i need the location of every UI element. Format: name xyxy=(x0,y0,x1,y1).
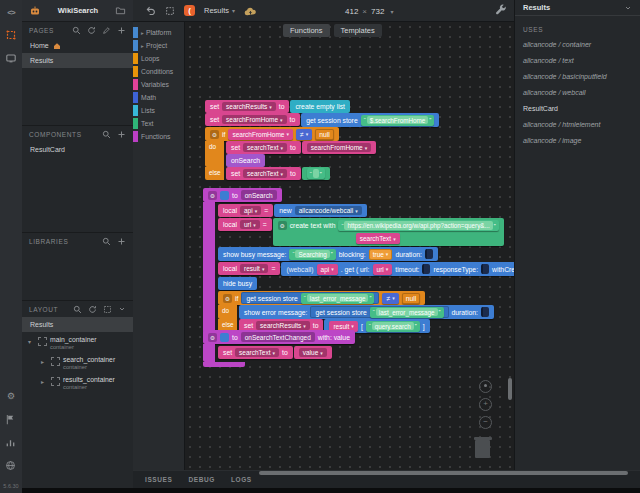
empty-input-socket[interactable] xyxy=(422,264,430,274)
wrench-settings-icon[interactable] xyxy=(495,4,507,16)
expand-caret-icon[interactable]: ▸ xyxy=(41,378,48,385)
blocks-app-icon[interactable]: ( xyxy=(184,5,195,16)
component-item-resultcard[interactable]: ResultCard xyxy=(22,142,133,157)
page-item-home[interactable]: Home xyxy=(22,38,133,53)
blocks-canvas[interactable]: Functions Templates set searchResults to… xyxy=(185,22,514,470)
block-show-error-message[interactable]: show error message: get session store la… xyxy=(239,305,494,319)
zoom-reset-button[interactable] xyxy=(479,380,492,393)
palette-category-conditions[interactable]: Conditions xyxy=(133,65,184,78)
block-string[interactable]: last_error_message xyxy=(370,307,444,318)
mutator-gear-icon[interactable]: ⚙ xyxy=(278,221,287,230)
palette-category-math[interactable]: Math xyxy=(133,91,184,104)
device-preview-icon[interactable] xyxy=(4,51,18,65)
variable-dropdown[interactable]: searchResults xyxy=(256,321,310,331)
block-set-searchtext[interactable]: set searchText to xyxy=(226,141,301,154)
search-icon[interactable] xyxy=(72,26,81,35)
uses-item[interactable]: allcancode / basicinputfield xyxy=(523,69,632,85)
block-set-searchfromhome[interactable]: set searchFromHome to xyxy=(205,113,300,126)
block-string[interactable]: last_error_message xyxy=(301,293,375,304)
block-compare-op[interactable]: ≠ xyxy=(296,129,312,140)
block-empty-string[interactable] xyxy=(302,167,330,180)
block-local-url[interactable]: local url = xyxy=(218,218,272,231)
tab-logs[interactable]: LOGS xyxy=(231,476,252,483)
uses-item[interactable]: allcancode / htmlelement xyxy=(523,117,632,133)
chevron-down-icon[interactable] xyxy=(624,4,632,12)
bottom-horizontal-scrollbar[interactable] xyxy=(259,471,628,475)
add-component-icon[interactable] xyxy=(117,130,126,139)
block-variable-get[interactable]: value xyxy=(294,346,332,359)
block-get-session-store[interactable]: get session store $.searchFromHome xyxy=(301,113,439,127)
block-string[interactable]: query.search xyxy=(366,321,420,332)
uses-item[interactable]: allcancode / container xyxy=(523,37,632,53)
frame-icon[interactable] xyxy=(103,305,112,314)
folder-icon[interactable] xyxy=(115,5,126,16)
block-call-onsearch[interactable]: onSearch xyxy=(226,154,265,167)
collapse-caret-icon[interactable]: ▾ xyxy=(28,338,35,345)
mutator-gear-icon[interactable]: ⚙ xyxy=(223,294,232,303)
class-dropdown[interactable]: allcancode/webcall xyxy=(295,206,362,216)
block-string-url[interactable]: https://en.wikipedia.org/w/api.php?actio… xyxy=(338,220,498,231)
mutator-gear-icon[interactable]: ⚙ xyxy=(210,130,219,139)
expand-caret-icon[interactable]: ▸ xyxy=(41,358,48,365)
variable-dropdown[interactable]: searchText xyxy=(235,348,279,358)
comment-icon[interactable] xyxy=(220,333,229,342)
search-icon[interactable] xyxy=(73,305,82,314)
block-hide-busy[interactable]: hide busy xyxy=(218,277,257,290)
block-null[interactable]: null xyxy=(315,129,334,140)
block-function-def-onsearch[interactable]: ⚙ to onSearch local api = xyxy=(203,188,514,340)
block-null[interactable]: null xyxy=(402,293,421,304)
comment-icon[interactable] xyxy=(220,191,229,200)
palette-category-platform[interactable]: ▸Platform xyxy=(133,26,184,39)
page-selector-dropdown[interactable]: Results xyxy=(204,6,235,15)
uses-item[interactable]: ResultCard xyxy=(523,101,632,117)
block-compare-op[interactable]: ≠ xyxy=(382,293,398,304)
variable-dropdown[interactable]: value xyxy=(299,348,327,358)
settings-gear-icon[interactable]: ⚙ xyxy=(4,389,18,403)
variable-dropdown[interactable]: searchText xyxy=(243,169,287,179)
uses-item[interactable]: allcancode / text xyxy=(523,53,632,69)
zoom-out-button[interactable]: − xyxy=(479,416,492,429)
block-if-else[interactable]: ⚙ if searchFromHome ≠ null do set search… xyxy=(205,127,439,180)
block-variable-get[interactable]: searchFromHome xyxy=(228,129,293,140)
canvas-vertical-scrollbar[interactable] xyxy=(508,378,512,400)
palette-category-variables[interactable]: Variables xyxy=(133,78,184,91)
tab-functions[interactable]: Functions xyxy=(283,24,330,37)
zoom-in-button[interactable]: + xyxy=(479,398,492,411)
empty-input-socket[interactable] xyxy=(481,264,489,274)
mutator-gear-icon[interactable]: ⚙ xyxy=(208,191,217,200)
block-webcall-get[interactable]: (webcall) api . get ( url: url timeout: … xyxy=(281,262,514,276)
block-variable-get[interactable]: searchFromHome xyxy=(302,141,377,154)
block-local-result[interactable]: local result = xyxy=(218,262,280,275)
tab-templates[interactable]: Templates xyxy=(334,24,382,37)
refresh-icon[interactable] xyxy=(87,26,96,35)
block-set-searchtext-else[interactable]: set searchText to xyxy=(226,167,301,180)
palette-category-loops[interactable]: Loops xyxy=(133,52,184,65)
frame-select-icon[interactable] xyxy=(165,6,175,16)
block-variable-get[interactable]: searchText xyxy=(356,233,400,244)
block-set-searchtext[interactable]: set searchText to xyxy=(218,346,293,359)
block-string[interactable]: $.searchFromHome xyxy=(361,115,435,126)
empty-input-socket[interactable] xyxy=(425,249,433,259)
palette-category-text[interactable]: Text xyxy=(133,117,184,130)
add-library-icon[interactable] xyxy=(117,237,126,246)
uses-item[interactable]: allcancode / webcall xyxy=(523,85,632,101)
layout-node-search-container[interactable]: ▸ search_container container xyxy=(41,356,133,371)
variable-dropdown[interactable]: url xyxy=(240,220,260,230)
variable-dropdown[interactable]: searchFromHome xyxy=(307,143,372,153)
block-create-text-with[interactable]: ⚙ create text with https://en.wikipedia.… xyxy=(273,218,504,246)
block-string[interactable]: Searching xyxy=(289,249,335,260)
block-get-session-store[interactable]: get session store last_error_message xyxy=(241,292,379,304)
block-get-session-store[interactable]: get session store last_error_message xyxy=(310,306,448,318)
variable-dropdown[interactable]: result xyxy=(240,264,268,274)
edit-pencil-icon[interactable] xyxy=(102,26,111,35)
uses-item[interactable]: allcancode / image xyxy=(523,133,632,149)
block-new-webcall[interactable]: new allcancode/webcall xyxy=(274,204,367,217)
block-create-empty-list[interactable]: create empty list xyxy=(290,100,349,113)
function-name-field[interactable]: onSearchTextChanged xyxy=(241,332,315,342)
empty-input-socket[interactable] xyxy=(481,307,489,317)
variable-dropdown[interactable]: api xyxy=(240,206,261,216)
function-name-field[interactable]: onSearch xyxy=(241,190,277,200)
variable-dropdown[interactable]: searchText xyxy=(243,143,287,153)
palette-category-lists[interactable]: Lists xyxy=(133,104,184,117)
cloud-upload-icon[interactable] xyxy=(244,6,257,16)
